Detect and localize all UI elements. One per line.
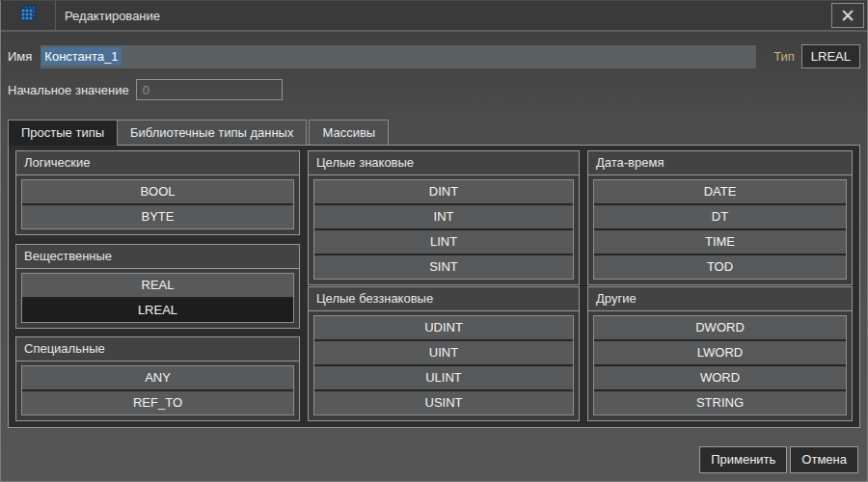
type-button-stack: DATEDTTIMETOD	[593, 179, 847, 280]
edit-dialog-window: Редактирование ✕ Имя Константа_1 Тип LRE…	[0, 0, 868, 482]
dialog-body: Имя Константа_1 Тип LREAL Начальное знач…	[1, 32, 867, 481]
initial-value-input[interactable]	[136, 79, 283, 100]
type-button-word[interactable]: WORD	[594, 366, 846, 391]
type-column-left: Логические BOOLBYTE Вещественные REALLRE…	[15, 150, 300, 421]
type-column-right: Дата-время DATEDTTIMETOD Другие DWORDLWO…	[587, 150, 853, 421]
window-icon-box	[1, 1, 56, 30]
type-button-sint[interactable]: SINT	[314, 255, 573, 279]
apply-button[interactable]: Применить	[699, 446, 787, 473]
group-body: ANYREF_TO	[16, 362, 299, 420]
name-row: Имя Константа_1 Тип LREAL	[8, 44, 860, 68]
type-button-stack: DWORDLWORDWORDSTRING	[593, 315, 847, 415]
group-title: Специальные	[16, 337, 299, 362]
cancel-button[interactable]: Отмена	[790, 446, 858, 473]
window-title: Редактирование	[65, 1, 160, 30]
tab-arrays[interactable]: Массивы	[309, 120, 389, 146]
type-button-stack: ANYREF_TO	[21, 365, 294, 415]
type-column-middle: Целые знаковые DINTINTLINTSINT Целые без…	[308, 150, 580, 421]
tab-library-types[interactable]: Библиотечные типы данных	[117, 120, 307, 146]
type-button-ref_to[interactable]: REF_TO	[22, 391, 293, 415]
type-button-string[interactable]: STRING	[594, 391, 846, 415]
table-grid-icon	[18, 4, 38, 27]
group-body: UDINTUINTULINTUSINT	[309, 311, 579, 420]
type-button-dint[interactable]: DINT	[314, 180, 573, 205]
type-button-any[interactable]: ANY	[22, 366, 293, 391]
group-title: Логические	[16, 151, 299, 175]
group-body: REALLREAL	[16, 269, 299, 328]
type-button-stack: UDINTUINTULINTUSINT	[313, 315, 574, 415]
type-group: Специальные ANYREF_TO	[15, 336, 300, 421]
type-button-stack: DINTINTLINTSINT	[313, 179, 574, 280]
type-button-lint[interactable]: LINT	[314, 230, 573, 255]
type-button-int[interactable]: INT	[314, 205, 573, 230]
type-button-udint[interactable]: UDINT	[314, 316, 573, 341]
initial-value-label: Начальное значение	[8, 83, 129, 97]
type-value-box: LREAL	[801, 44, 860, 68]
type-button-ulint[interactable]: ULINT	[314, 366, 573, 391]
footer-button-row: Применить Отмена	[8, 446, 860, 473]
type-button-date[interactable]: DATE	[594, 180, 846, 205]
group-title: Вещественные	[16, 245, 299, 269]
group-body: DINTINTLINTSINT	[309, 175, 579, 284]
group-body: DWORDLWORDWORDSTRING	[588, 311, 852, 420]
type-button-usint[interactable]: USINT	[314, 391, 573, 415]
name-input-value: Константа_1	[41, 47, 121, 66]
type-button-uint[interactable]: UINT	[314, 341, 573, 366]
name-input[interactable]: Константа_1	[41, 45, 756, 68]
group-body: BOOLBYTE	[16, 175, 299, 234]
type-button-lword[interactable]: LWORD	[594, 341, 846, 366]
group-title: Целые беззнаковые	[309, 287, 579, 311]
tab-bar: Простые типы Библиотечные типы данных Ма…	[8, 120, 860, 146]
group-title: Другие	[588, 287, 852, 311]
type-label: Тип	[773, 49, 795, 64]
group-body: DATEDTTIMETOD	[588, 175, 852, 284]
type-button-tod[interactable]: TOD	[594, 255, 846, 279]
type-button-dword[interactable]: DWORD	[594, 316, 846, 341]
type-group: Другие DWORDLWORDWORDSTRING	[587, 286, 853, 421]
type-button-byte[interactable]: BYTE	[22, 205, 293, 228]
name-label: Имя	[8, 49, 32, 64]
type-group: Логические BOOLBYTE	[15, 150, 300, 235]
title-bar: Редактирование ✕	[1, 1, 867, 32]
initial-value-row: Начальное значение	[8, 79, 860, 100]
type-button-lreal[interactable]: LREAL	[22, 299, 293, 322]
type-group: Целые беззнаковые UDINTUINTULINTUSINT	[308, 286, 580, 421]
type-button-dt[interactable]: DT	[594, 205, 846, 230]
tab-simple-types[interactable]: Простые типы	[8, 120, 118, 146]
group-title: Целые знаковые	[309, 151, 579, 175]
type-button-bool[interactable]: BOOL	[22, 180, 293, 205]
type-group: Дата-время DATEDTTIMETOD	[587, 150, 853, 285]
type-group: Вещественные REALLREAL	[15, 244, 300, 329]
simple-types-panel: Логические BOOLBYTE Вещественные REALLRE…	[8, 145, 860, 428]
group-title: Дата-время	[588, 151, 852, 175]
type-button-stack: BOOLBYTE	[21, 179, 294, 229]
type-button-real[interactable]: REAL	[22, 274, 293, 299]
type-button-stack: REALLREAL	[21, 273, 294, 323]
type-group: Целые знаковые DINTINTLINTSINT	[308, 150, 580, 285]
type-button-time[interactable]: TIME	[594, 230, 846, 255]
close-button[interactable]: ✕	[831, 3, 864, 28]
